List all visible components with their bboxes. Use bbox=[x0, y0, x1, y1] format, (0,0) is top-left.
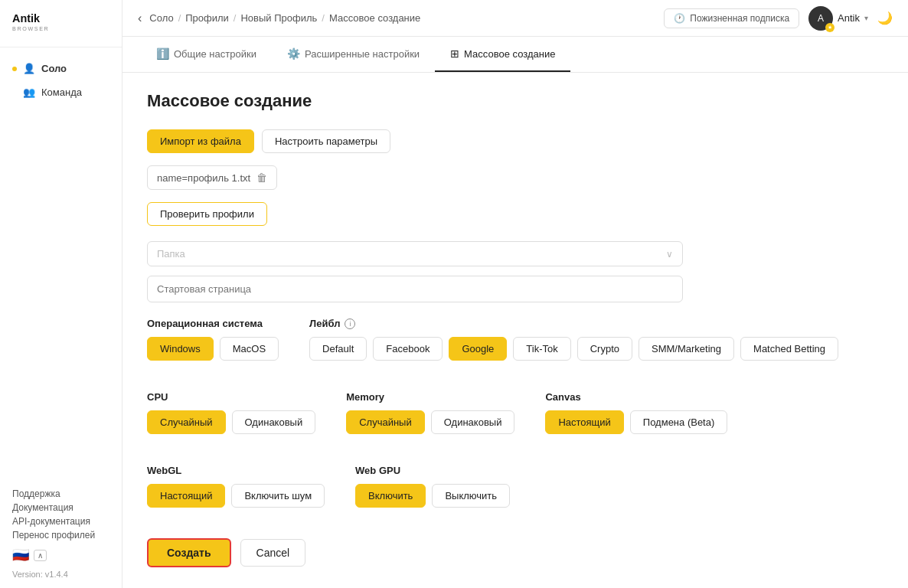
cpu-random-btn[interactable]: Случайный bbox=[147, 410, 226, 434]
avatar-badge: ★ bbox=[825, 23, 835, 32]
breadcrumb-mass-create[interactable]: Массовое создание bbox=[329, 12, 420, 24]
expand-button[interactable]: ∧ bbox=[34, 550, 47, 561]
breadcrumb-new-profile[interactable]: Новый Профиль bbox=[240, 12, 317, 24]
avatar: A ★ bbox=[808, 6, 833, 31]
label-default-btn[interactable]: Default bbox=[309, 337, 367, 361]
webgl-section: WebGL Настоящий Включить шум bbox=[147, 465, 325, 523]
api-docs-link[interactable]: API-документация bbox=[12, 516, 109, 527]
webgl-noise-btn[interactable]: Включить шум bbox=[231, 484, 325, 508]
label-section-label: Лейбл bbox=[309, 318, 340, 329]
flag-icon: 🇷🇺 bbox=[12, 547, 29, 564]
cpu-section: CPU Случайный Одинаковый bbox=[147, 391, 315, 449]
os-macos-btn[interactable]: MacOS bbox=[220, 337, 279, 361]
subscription-button[interactable]: 🕐 Пожизненная подписка bbox=[664, 8, 799, 28]
cpu-options: Случайный Одинаковый bbox=[147, 410, 315, 434]
webgl-webgpu-row: WebGL Настоящий Включить шум Web GPU Вкл… bbox=[147, 465, 884, 523]
tab-mass-label: Массовое создание bbox=[464, 48, 555, 60]
check-profiles-button[interactable]: Проверить профили bbox=[147, 202, 267, 226]
tabs-bar: ℹ️ Общие настройки ⚙️ Расширенные настро… bbox=[122, 37, 908, 73]
support-link[interactable]: Поддержка bbox=[12, 488, 109, 499]
tab-general[interactable]: ℹ️ Общие настройки bbox=[141, 37, 272, 72]
gear-icon: ⚙️ bbox=[287, 47, 300, 60]
page-title: Массовое создание bbox=[147, 91, 884, 111]
content-area: ℹ️ Общие настройки ⚙️ Расширенные настро… bbox=[122, 37, 908, 588]
cpu-memory-canvas-row: CPU Случайный Одинаковый Memory Случайны… bbox=[147, 391, 884, 449]
tab-mass-create[interactable]: ⊞ Массовое создание bbox=[435, 37, 570, 72]
start-page-input[interactable] bbox=[147, 276, 683, 302]
folder-dropdown[interactable]: Папка ∨ bbox=[147, 241, 683, 266]
import-row: Импорт из файла Настроить параметры bbox=[147, 129, 884, 153]
sidebar-item-team[interactable]: 👥 Команда bbox=[0, 80, 122, 104]
os-windows-btn[interactable]: Windows bbox=[147, 337, 214, 361]
label-matched-btn[interactable]: Matched Betting bbox=[740, 337, 838, 361]
os-section-label: Операционная система bbox=[147, 318, 279, 329]
sidebar-item-label: Команда bbox=[41, 87, 82, 98]
sidebar-nav: 👤 Соло 👥 Команда bbox=[0, 47, 122, 479]
docs-link[interactable]: Документация bbox=[12, 502, 109, 513]
language-selector: 🇷🇺 ∧ bbox=[12, 547, 109, 564]
team-icon: 👥 bbox=[23, 87, 35, 98]
label-smm-btn[interactable]: SMM/Marketing bbox=[639, 337, 734, 361]
webgpu-section: Web GPU Включить Выключить bbox=[355, 465, 510, 523]
back-button[interactable]: ‹ bbox=[138, 11, 142, 25]
label-info-icon: i bbox=[345, 318, 355, 329]
active-indicator bbox=[12, 67, 17, 71]
cpu-same-btn[interactable]: Одинаковый bbox=[232, 410, 316, 434]
file-indicator: name=профиль 1.txt 🗑 bbox=[147, 165, 277, 190]
grid-icon: ⊞ bbox=[450, 47, 459, 60]
webgpu-enable-btn[interactable]: Включить bbox=[355, 484, 426, 508]
import-file-button[interactable]: Импорт из файла bbox=[147, 129, 254, 153]
label-facebook-btn[interactable]: Facebook bbox=[373, 337, 443, 361]
webgl-section-label: WebGL bbox=[147, 465, 325, 476]
label-section: Лейбл i Default Facebook Google Tik-Tok … bbox=[309, 318, 838, 376]
version-label: Version: v1.4.4 bbox=[12, 570, 109, 579]
sep1: / bbox=[178, 12, 181, 24]
canvas-real-btn[interactable]: Настоящий bbox=[545, 410, 623, 434]
delete-file-button[interactable]: 🗑 bbox=[256, 172, 267, 184]
theme-toggle-button[interactable]: 🌙 bbox=[877, 11, 893, 25]
webgpu-options: Включить Выключить bbox=[355, 484, 510, 508]
label-crypto-btn[interactable]: Crypto bbox=[577, 337, 632, 361]
user-menu[interactable]: A ★ Antik ▾ bbox=[808, 6, 868, 31]
sidebar-item-solo[interactable]: 👤 Соло bbox=[0, 57, 122, 80]
svg-text:Antik: Antik bbox=[12, 12, 41, 24]
webgl-real-btn[interactable]: Настоящий bbox=[147, 484, 225, 508]
os-label-row: Операционная система Windows MacOS Лейбл… bbox=[147, 318, 884, 376]
tab-advanced[interactable]: ⚙️ Расширенные настройки bbox=[272, 37, 435, 72]
tab-general-label: Общие настройки bbox=[174, 48, 256, 60]
tab-advanced-label: Расширенные настройки bbox=[305, 48, 420, 60]
cancel-button[interactable]: Cancel bbox=[240, 539, 306, 567]
memory-same-btn[interactable]: Одинаковый bbox=[431, 410, 515, 434]
clock-icon: 🕐 bbox=[674, 13, 685, 24]
page-body: Массовое создание Импорт из файла Настро… bbox=[122, 73, 908, 586]
canvas-beta-btn[interactable]: Подмена (Beta) bbox=[630, 410, 727, 434]
label-header-row: Лейбл i bbox=[309, 318, 838, 329]
username-label: Antik bbox=[838, 12, 860, 24]
os-section: Операционная система Windows MacOS bbox=[147, 318, 279, 376]
main-area: ‹ Соло / Профили / Новый Профиль / Массо… bbox=[122, 0, 908, 588]
memory-section: Memory Случайный Одинаковый bbox=[346, 391, 514, 449]
label-options: Default Facebook Google Tik-Tok Crypto S… bbox=[309, 337, 838, 361]
webgpu-section-label: Web GPU bbox=[355, 465, 510, 476]
create-button[interactable]: Создать bbox=[147, 538, 231, 567]
sep2: / bbox=[234, 12, 237, 24]
transfer-link[interactable]: Перенос профилей bbox=[12, 530, 109, 541]
chevron-down-icon: ▾ bbox=[864, 14, 868, 22]
canvas-section: Canvas Настоящий Подмена (Beta) bbox=[545, 391, 727, 449]
subscription-label: Пожизненная подписка bbox=[690, 13, 789, 24]
settings-button[interactable]: Настроить параметры bbox=[262, 129, 390, 153]
webgpu-disable-btn[interactable]: Выключить bbox=[432, 484, 510, 508]
sidebar: Antik BROWSER 👤 Соло 👥 Команда Поддержка… bbox=[0, 0, 122, 588]
chevron-down-icon: ∨ bbox=[666, 249, 673, 260]
solo-icon: 👤 bbox=[23, 63, 35, 74]
breadcrumb-profiles[interactable]: Профили bbox=[185, 12, 229, 24]
canvas-section-label: Canvas bbox=[545, 391, 727, 403]
breadcrumb-solo[interactable]: Соло bbox=[149, 12, 173, 24]
canvas-options: Настоящий Подмена (Beta) bbox=[545, 410, 727, 434]
label-google-btn[interactable]: Google bbox=[449, 337, 507, 361]
label-tiktok-btn[interactable]: Tik-Tok bbox=[513, 337, 570, 361]
sidebar-footer: Поддержка Документация API-документация … bbox=[0, 479, 122, 588]
webgl-options: Настоящий Включить шум bbox=[147, 484, 325, 508]
memory-random-btn[interactable]: Случайный bbox=[346, 410, 425, 434]
folder-placeholder: Папка bbox=[157, 248, 185, 260]
